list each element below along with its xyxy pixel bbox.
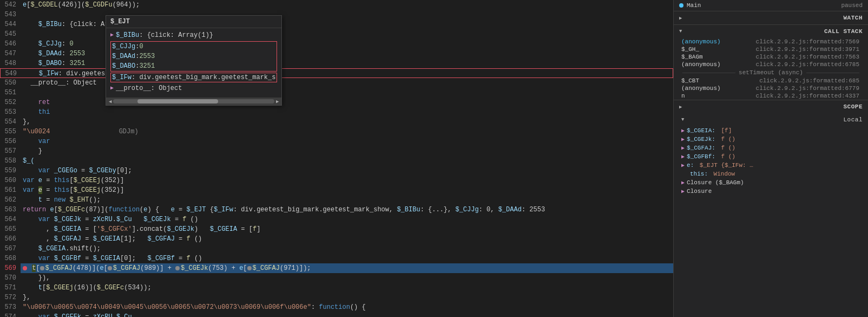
callstack-title: Call Stack	[824, 28, 863, 35]
tooltip-row: ▶ __proto__: Object	[110, 83, 277, 93]
code-line-highlighted: 549 $_IFw: div.geetest_big_mark.geetest_…	[0, 68, 673, 78]
callstack-fn: $_GH_	[681, 46, 699, 53]
callstack-location: click.2.9.2.js:formatted:6785	[756, 61, 863, 68]
scope-item-this: this: Window	[674, 170, 868, 178]
scope-chevron: ▶	[679, 104, 682, 110]
code-line: 561 var e = this[$_CGEEj(352)]	[0, 185, 673, 195]
callstack-item-cbt[interactable]: $_CBT click.2.9.2.js:formatted:685	[674, 77, 868, 85]
code-line: 558 $_(	[0, 156, 673, 166]
callstack-fn: $_CBT	[681, 77, 699, 84]
scope-item-closure-bagm[interactable]: ▶ Closure ($_BAGm)	[674, 178, 868, 187]
code-lines: 542 e[$_CGDEL(426)]($_CGDFu(964)); 543 $…	[0, 0, 673, 317]
thread-row: Main paused	[674, 0, 868, 11]
code-line: 559 var _CGEGo = $_CGEby[0];	[0, 166, 673, 176]
scroll-left-btn[interactable]: ◀	[107, 99, 113, 105]
scope-title: Scope	[843, 103, 863, 110]
async-separator: setTimeout (async)	[674, 68, 868, 77]
code-line: 546 $_CJJg: 0	[0, 39, 673, 49]
tooltip-row: ▶ $_BIBu: {click: Array(1)}	[110, 30, 277, 40]
code-line: 553 thi	[0, 107, 673, 117]
breakpoint-icon	[23, 266, 27, 270]
thread-section: Main paused	[674, 0, 868, 11]
code-line: 566 , $_CGFAJ = $_CGEIA[1]; $_CGFAJ = f …	[0, 234, 673, 244]
code-line: 568 var $_CGFBf = $_CGEIA[0]; $_CGFBf = …	[0, 254, 673, 263]
code-line: 548 $_DABO: 3251	[0, 59, 673, 68]
code-line: 562 t = new $_EHT();	[0, 195, 673, 205]
tooltip-header: $_EJT	[106, 16, 281, 28]
circle-gray-icon2	[108, 266, 112, 270]
expand-arrow[interactable]: ▶	[110, 30, 114, 40]
thread-status: paused	[841, 2, 863, 9]
code-line: 552 ret $_CGDAh(963)]),	[0, 98, 673, 107]
local-chevron: ▼	[681, 117, 684, 122]
callstack-header[interactable]: ▼ Call Stack	[674, 25, 868, 38]
expand-arrow: ▶	[681, 179, 685, 186]
code-line: 564 var $_CGEJk = zXcRU.$_Cu $_CGEJk = f…	[0, 215, 673, 224]
thread-indicator	[679, 3, 683, 8]
scope-item-e[interactable]: ▶ e: $_EJT {$_IFw: …	[674, 161, 868, 170]
code-line: 574 var $_CGFEk = zXcRU.$_Cu	[0, 312, 673, 317]
code-line: 555 "\u0024 GDJm)	[0, 127, 673, 137]
local-title: Local	[843, 117, 863, 123]
callstack-fn: $_BAGm	[681, 54, 703, 60]
scope-section: ▶ Scope ▼ Local ▶ $_CGEIA: [f] ▶ $_CGEJk…	[674, 100, 868, 317]
local-header[interactable]: ▼ Local	[674, 113, 868, 126]
scrollbar-thumb[interactable]	[137, 99, 218, 103]
callstack-item-gh[interactable]: $_GH_ click.2.9.2.js:formatted:3971	[674, 46, 868, 53]
code-line: 545	[0, 29, 673, 39]
scope-item-cgfbf[interactable]: ▶ $_CGFBf: f ()	[674, 152, 868, 161]
callstack-location: click.2.9.2.js:formatted:6779	[756, 85, 863, 92]
circle-gray-icon	[40, 266, 44, 270]
code-line: 557 }	[0, 146, 673, 156]
code-line: 550 __proto__: Object	[0, 78, 673, 88]
thread-name: Main	[679, 2, 701, 9]
callstack-item-anonymous-3[interactable]: (anonymous) click.2.9.2.js:formatted:677…	[674, 85, 868, 92]
code-line: 560 var e = this[$_CGEEj(352)]	[0, 176, 673, 185]
callstack-fn: n	[681, 93, 685, 99]
expand-arrow[interactable]: ▶	[110, 83, 114, 93]
code-line: 542 e[$_CGDEL(426)]($_CGDFu(964));	[0, 0, 673, 10]
circle-gray-icon3	[175, 266, 180, 270]
scope-item-cgejk[interactable]: ▶ $_CGEJk: f ()	[674, 135, 868, 144]
callstack-chevron: ▼	[679, 29, 682, 34]
scope-item-closure[interactable]: ▶ Closure	[674, 187, 868, 196]
code-line: 565 , $_CGEIA = ['$_CGFCx'].concat($_CGE…	[0, 224, 673, 234]
watch-header[interactable]: ▶ Watch	[674, 11, 868, 24]
tooltip-body: ▶ $_BIBu: {click: Array(1)} $_CJJg: 0 $_…	[106, 28, 281, 95]
circle-gray-icon4	[247, 266, 252, 270]
tooltip-row: $_CJJg: 0	[112, 42, 275, 51]
scroll-right-btn[interactable]: ▶	[274, 99, 280, 105]
callstack-item-n[interactable]: n click.2.9.2.js:formatted:4337	[674, 92, 868, 100]
code-panel: 542 e[$_CGDEL(426)]($_CGDFu(964)); 543 $…	[0, 0, 673, 317]
expand-arrow: ▶	[681, 145, 685, 151]
code-line: 551	[0, 88, 673, 98]
scope-item-cgeia[interactable]: ▶ $_CGEIA: [f]	[674, 126, 868, 135]
expand-arrow: ▶	[681, 127, 685, 134]
thread-label: Main	[687, 2, 701, 9]
code-line: 573 "\u0067\u0065\u0074\u0049\u0045\u005…	[0, 302, 673, 312]
code-line: 547 $_DAAd: 2553	[0, 49, 673, 59]
tooltip-scrollbar: ◀ ▶	[106, 98, 281, 105]
callstack-item-anonymous-2[interactable]: (anonymous) click.2.9.2.js:formatted:678…	[674, 61, 868, 68]
code-line: 543	[0, 10, 673, 20]
callstack-fn: (anonymous)	[681, 61, 721, 68]
watch-section: ▶ Watch	[674, 11, 868, 25]
callstack-location: click.2.9.2.js:formatted:685	[759, 77, 863, 84]
tooltip-highlighted-row: $_IFw: div.geetest_big_mark.geetest_mark…	[110, 73, 277, 82]
async-line-left	[682, 73, 735, 73]
scope-item-cgfaj[interactable]: ▶ $_CGFAJ: f ()	[674, 144, 868, 152]
callstack-location: click.2.9.2.js:formatted:3971	[756, 46, 863, 53]
callstack-item-anonymous-1[interactable]: (anonymous) click.2.9.2.js:formatted:756…	[674, 38, 868, 46]
tooltip-row: $_DABO: 3251	[112, 61, 275, 71]
code-line: 563 return e[$_CGEFc(87)](function(e) { …	[0, 205, 673, 215]
code-line-active: 569 t[$_CGFAJ(478)](e[$_CGFAJ(989)] + $_…	[0, 263, 673, 273]
right-panel: Main paused ▶ Watch ▼ Call Stack (anonym…	[673, 0, 868, 317]
expand-arrow: ▶	[681, 162, 685, 169]
code-line: 544 $_BIBu: {click: Array(1)} GDJm)	[0, 20, 673, 29]
async-line-right	[806, 73, 859, 73]
tooltip-row: $_DAAd: 2553	[112, 51, 275, 61]
callstack-item-bagm[interactable]: $_BAGm click.2.9.2.js:formatted:7563	[674, 53, 868, 61]
callstack-fn: (anonymous)	[681, 38, 721, 45]
tooltip-popup: $_EJT ▶ $_BIBu: {click: Array(1)} $_CJJg…	[106, 15, 282, 106]
scope-header[interactable]: ▶ Scope	[674, 100, 868, 113]
